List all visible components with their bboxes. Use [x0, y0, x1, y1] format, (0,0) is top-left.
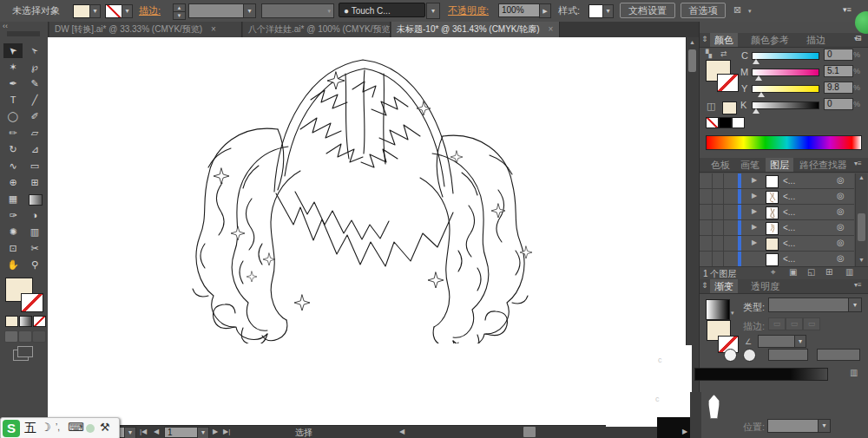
sogou-logo-icon[interactable]: S: [3, 420, 20, 437]
layer-1-target-icon[interactable]: ◎: [837, 175, 845, 185]
opacity-field[interactable]: 100%: [498, 3, 542, 17]
layer-3-label[interactable]: <...: [783, 206, 795, 219]
layer-1-label[interactable]: <...: [783, 175, 795, 187]
draw-behind-button[interactable]: [18, 330, 32, 343]
layers-scroll-thumb[interactable]: [858, 213, 865, 241]
color-panel-stroke-proxy[interactable]: [717, 74, 739, 92]
gradient-opacity-field[interactable]: [768, 349, 808, 361]
gradient-thumb-dropdown-icon[interactable]: ▾: [731, 310, 734, 316]
stroke-weight-dropdown-icon[interactable]: ▾: [243, 3, 256, 18]
canvas[interactable]: [48, 37, 686, 425]
zoom-dropdown-icon[interactable]: ▾: [124, 427, 136, 438]
layer-row-2[interactable]: ▶ <... ◎: [700, 189, 854, 205]
locate-object-icon[interactable]: ⌖: [771, 268, 776, 277]
tab-1-close-icon[interactable]: ×: [211, 24, 216, 34]
gradient-mode-button[interactable]: [19, 316, 32, 327]
layer-2-lock-cell[interactable]: [712, 189, 724, 204]
vertical-scroll-thumb[interactable]: [688, 49, 696, 72]
layer-3-expand-icon[interactable]: ▶: [752, 208, 757, 215]
layer-4-lock-cell[interactable]: [712, 220, 724, 235]
tool-free-transform[interactable]: ▭: [25, 159, 44, 173]
tool-magic-wand[interactable]: ✶: [3, 60, 23, 75]
first-artboard-icon[interactable]: |◀: [140, 428, 147, 435]
layer-3-thumbnail[interactable]: [766, 206, 779, 219]
tool-pen[interactable]: ✒: [3, 76, 23, 91]
layer-2-target-icon[interactable]: ◎: [837, 191, 845, 200]
gradient-stop-swatch-1[interactable]: [724, 349, 737, 362]
gradient-stop-swatch-2[interactable]: [743, 349, 756, 362]
layers-scroll-up-icon[interactable]: ▲: [858, 174, 865, 180]
tool-artboard[interactable]: ⊡: [3, 241, 23, 256]
collapse-panels-icon[interactable]: ▾≡: [843, 6, 852, 14]
stroke-gradient-across-button[interactable]: ▭: [803, 317, 820, 330]
gradient-panel-menu-icon[interactable]: ▾≡: [854, 282, 862, 289]
slider-m-thumb[interactable]: [755, 75, 762, 81]
gradient-type-dropdown[interactable]: [768, 297, 850, 312]
slider-k-value[interactable]: 0: [824, 98, 853, 110]
tool-column-graph[interactable]: ▥: [25, 225, 44, 239]
layer-3-target-icon[interactable]: ◎: [837, 206, 845, 216]
layer-3-lock-cell[interactable]: [712, 205, 724, 219]
scroll-up-icon[interactable]: ▲: [689, 39, 695, 45]
layer-2-label[interactable]: <...: [783, 191, 795, 203]
tool-zoom[interactable]: ⚲: [25, 258, 44, 272]
status-dot-icon[interactable]: [86, 424, 95, 433]
tool-rotate[interactable]: ↻: [3, 142, 23, 157]
tool-hand[interactable]: ✋: [3, 258, 23, 272]
tool-lasso[interactable]: ℘: [25, 60, 44, 75]
opacity-link[interactable]: 不透明度:: [448, 4, 489, 16]
next-artboard-icon[interactable]: ▶: [213, 428, 218, 435]
gamut-swatch[interactable]: [722, 101, 737, 114]
out-of-gamut-cube-icon[interactable]: ◫: [707, 101, 715, 111]
slider-c-thumb[interactable]: [753, 59, 760, 64]
layer-5-thumbnail[interactable]: [766, 238, 779, 251]
slider-k-track[interactable]: [752, 101, 819, 109]
variable-width-dropdown[interactable]: ▾: [261, 3, 334, 18]
tool-scale[interactable]: ⊿: [25, 142, 44, 157]
tab-color-guide[interactable]: 颜色参考: [746, 33, 793, 47]
document-setup-button[interactable]: 文档设置: [620, 3, 675, 18]
tab-gradient[interactable]: 渐变: [710, 279, 738, 293]
gradient-angle-dropdown-icon[interactable]: ▾: [794, 335, 806, 348]
tab-document-1[interactable]: DW [转换].ai* @ 33.33% (CMYK/预览) ×: [49, 22, 242, 37]
new-sublayer-icon[interactable]: ◱: [807, 268, 815, 277]
tool-eraser[interactable]: ▱: [25, 126, 44, 141]
slider-c-track[interactable]: [752, 52, 819, 60]
layer-4-target-icon[interactable]: ◎: [837, 222, 845, 232]
tab-brushes[interactable]: 画笔: [736, 158, 764, 172]
tool-paintbrush[interactable]: ✐: [25, 109, 44, 124]
layer-5-expand-icon[interactable]: ▶: [752, 239, 757, 246]
tab-layers[interactable]: 图层: [766, 158, 793, 172]
opacity-spinner-icon[interactable]: ▶: [539, 3, 551, 18]
draw-normal-button[interactable]: [4, 330, 18, 343]
tool-perspective-grid[interactable]: ⊞: [25, 175, 44, 190]
tool-line-segment[interactable]: ╱: [25, 93, 44, 108]
stroke-weight-link[interactable]: 描边:: [139, 4, 161, 16]
white-swatch[interactable]: [732, 117, 745, 128]
horizontal-scroll-thumb[interactable]: [523, 427, 536, 437]
layer-6-label[interactable]: <...: [783, 253, 795, 265]
tool-mesh[interactable]: ▦: [3, 192, 23, 206]
layer-6-thumbnail[interactable]: [766, 253, 779, 266]
layer-4-visibility-cell[interactable]: [700, 220, 713, 235]
color-panel-collapse-icon[interactable]: ⇕: [701, 36, 708, 43]
gradient-delete-stop-icon[interactable]: ▥: [850, 369, 858, 377]
tool-curvature[interactable]: ✎: [25, 76, 44, 91]
tool-shape-builder[interactable]: ⊕: [3, 175, 23, 190]
layer-5-visibility-cell[interactable]: [700, 236, 713, 251]
default-swatches-icon[interactable]: ▚: [706, 50, 712, 58]
layer-6-target-icon[interactable]: ◎: [837, 253, 845, 263]
punctuation-icon[interactable]: ’,: [56, 422, 60, 432]
hscroll-left-icon[interactable]: ◀: [399, 428, 404, 435]
tool-eyedropper[interactable]: ✑: [3, 208, 23, 223]
tool-gradient[interactable]: [25, 192, 44, 206]
stroke-color-swatch[interactable]: [105, 4, 122, 18]
slider-y-thumb[interactable]: [758, 92, 765, 97]
gradient-angle-dropdown[interactable]: [758, 335, 796, 348]
layer-1-expand-icon[interactable]: ▶: [752, 177, 757, 184]
gradient-ramp[interactable]: [694, 368, 828, 381]
none-mode-button[interactable]: [33, 316, 46, 327]
tool-type[interactable]: T: [3, 93, 23, 108]
toolbar-stroke-proxy[interactable]: [21, 293, 43, 312]
last-artboard-icon[interactable]: ▶|: [223, 428, 230, 435]
